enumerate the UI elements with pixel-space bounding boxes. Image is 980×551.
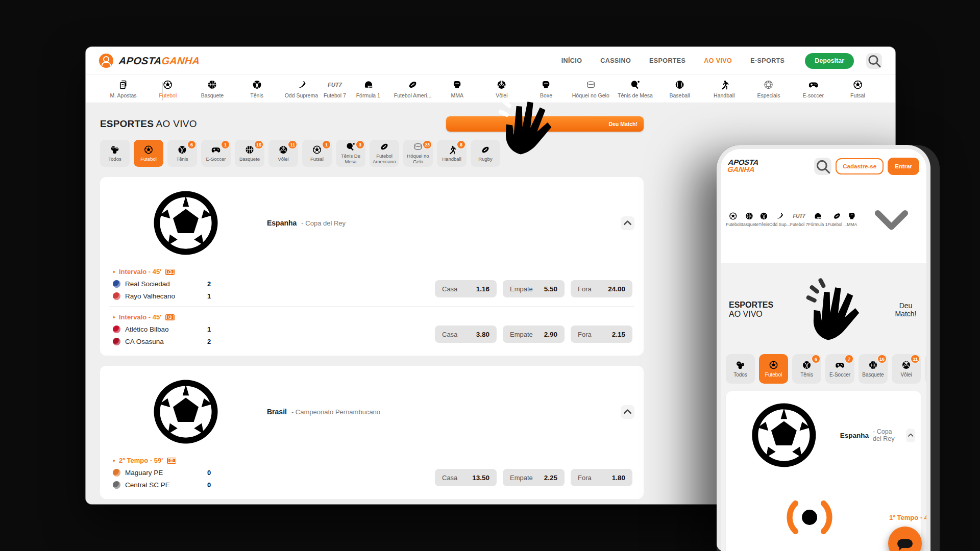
sports-nav-item[interactable]: E-soccer	[791, 80, 836, 98]
collapse-button[interactable]	[621, 216, 634, 230]
sports-nav-item[interactable]: Fórmula 1	[808, 212, 827, 227]
sports-nav-item[interactable]: Futebol Ameri...	[390, 80, 435, 98]
sports-nav-item[interactable]: Futebol ...	[827, 212, 847, 227]
odd-label: Fora	[578, 331, 592, 338]
expand-sports-button[interactable]	[862, 181, 921, 258]
sports-nav-item[interactable]: Tênis	[235, 80, 279, 98]
sports-nav-item[interactable]: Futebol	[726, 212, 740, 227]
away-team-score: 2	[207, 338, 211, 345]
sport-filter-chip[interactable]: 6 Tênis	[792, 354, 821, 384]
sports-nav-item[interactable]: Tênis de Mesa	[613, 80, 657, 98]
sport-filter-chip[interactable]: 11 Vôlei	[268, 140, 298, 167]
brand-logo[interactable]: APOSTAGANHA	[99, 54, 200, 68]
chip-count-badge: 11	[911, 355, 919, 363]
mobile-search-button[interactable]	[814, 158, 831, 175]
away-team-row: Rayo Valhecano 1	[111, 292, 211, 300]
deu-match-button[interactable]: Deu Match!	[446, 116, 644, 132]
sports-nav-item[interactable]: Futsal	[836, 80, 880, 98]
sport-filter-chip[interactable]: Futebol	[759, 354, 788, 384]
top-nav-link[interactable]: E-SPORTS	[750, 57, 785, 64]
sport-filter-chip[interactable]: 16 Basquete	[859, 354, 888, 384]
sport-label: Futebol ...	[827, 222, 847, 227]
collapse-button[interactable]	[906, 429, 915, 442]
sports-nav-item[interactable]: FUT7 Futebol 7	[790, 212, 808, 227]
sport-filter-chip[interactable]: Futebol	[134, 140, 163, 167]
live-dot	[113, 316, 115, 318]
odd-fora-button[interactable]: Fora 1.80	[571, 469, 632, 486]
chevron-up-icon	[621, 185, 634, 261]
field-tracker-icon[interactable]	[167, 458, 176, 464]
chip-label: Futebol	[765, 372, 782, 378]
sports-nav-item[interactable]: Basquete	[740, 212, 758, 227]
sports-nav-item[interactable]: M. Apostas	[101, 80, 145, 98]
sport-label: Baseball	[669, 92, 690, 98]
league-card: Brasil - Campeonato Pernambucano 2º T	[100, 366, 644, 499]
home-team-name: Real Sociedad	[125, 280, 203, 288]
sports-nav-item[interactable]: MMA	[847, 212, 857, 227]
mobile-brand-logo[interactable]: APOSTA GANHA	[727, 159, 759, 173]
top-nav-link[interactable]: CASSINO	[600, 57, 631, 64]
odd-casa-button[interactable]: Casa 1.16	[435, 280, 497, 297]
sport-filter-chip[interactable]: Todos	[100, 140, 130, 167]
league-competition: - Campeonato Pernambucano	[291, 408, 380, 416]
top-nav-link[interactable]: AO VIVO	[704, 57, 732, 64]
sport-filter-chip[interactable]: 3 Tênis De Mesa	[336, 140, 365, 167]
top-nav-link[interactable]: ESPORTES	[649, 57, 685, 64]
sport-filter-chip[interactable]: 7 E-Soccer	[825, 354, 854, 384]
sport-filter-chip[interactable]: 11 Vôlei	[892, 354, 921, 384]
sport-filter-chip[interactable]: Rugby	[471, 140, 500, 167]
odd-empate-button[interactable]: Empate 2.90	[503, 325, 565, 343]
sports-nav-item[interactable]: FUT7 Futebol 7	[324, 80, 346, 98]
sport-label: Tênis	[250, 92, 263, 98]
sport-filter-chip[interactable]: 1 E-Soccer	[201, 140, 231, 167]
chip-label: Basquete	[862, 372, 884, 378]
sports-nav-item[interactable]: Basquete	[190, 80, 234, 98]
odd-casa-button[interactable]: Casa 3.80	[435, 325, 497, 343]
collapse-button[interactable]	[621, 405, 634, 419]
sport-filter-chip[interactable]: 6 Tênis	[167, 140, 197, 167]
sports-nav-item[interactable]: Especiais	[746, 80, 791, 98]
odd-fora-button[interactable]: Fora 24.00	[571, 280, 632, 297]
sport-filter-chip[interactable]: 1 Futsal	[302, 140, 332, 167]
chip-count-badge: 16	[878, 355, 886, 363]
sports-nav-item[interactable]: Baseball	[657, 80, 702, 98]
sport-filter-chip[interactable]: Futebol Americano	[370, 140, 399, 167]
login-button[interactable]: Entrar	[888, 158, 919, 175]
odd-empate-button[interactable]: Empate 2.25	[503, 469, 565, 486]
chip-count-badge: 6	[188, 141, 195, 148]
sports-nav-item[interactable]: Futebol	[145, 80, 190, 98]
odd-label: Fora	[578, 285, 592, 293]
odd-empate-button[interactable]: Empate 5.50	[503, 280, 565, 297]
sports-nav-item[interactable]: Tênis	[758, 212, 769, 227]
chip-label: E-Soccer	[829, 372, 850, 378]
sport-label: M. Apostas	[110, 92, 137, 98]
odds-group: Casa 13.50 Empate 2.25 Fora	[435, 469, 632, 486]
sport-icon	[827, 212, 847, 220]
field-tracker-icon[interactable]	[165, 314, 175, 320]
chip-sport-icon	[760, 360, 787, 370]
sport-filter-chip[interactable]: Todos	[726, 354, 755, 384]
sports-nav-item[interactable]: Odd Sup...	[769, 212, 790, 227]
sport-filter-chip[interactable]: 23 Hóquei no Gelo	[403, 140, 433, 167]
chevron-up-icon	[906, 397, 915, 473]
sport-filter-chip[interactable]: Futsal	[925, 354, 926, 384]
field-tracker-icon[interactable]	[165, 269, 175, 275]
top-nav: INÍCIO CASSINO ESPORTES AO VIVO E-SPORTS	[561, 57, 785, 64]
search-button[interactable]	[866, 53, 882, 69]
sport-filter-chip[interactable]: 8 Handball	[437, 140, 467, 167]
top-nav-link[interactable]: INÍCIO	[561, 57, 582, 64]
sports-nav-item[interactable]: Fórmula 1	[346, 80, 390, 98]
odd-casa-button[interactable]: Casa 13.50	[435, 469, 497, 486]
deposit-button[interactable]: Depositar	[805, 53, 854, 69]
sport-filter-chip[interactable]: 15 Basquete	[235, 140, 264, 167]
odd-fora-button[interactable]: Fora 2.15	[571, 325, 632, 343]
home-team-score: 0	[207, 469, 211, 477]
match-time: Intervalo - 45'	[119, 313, 161, 321]
away-team-score: 1	[207, 292, 211, 300]
sports-nav-item[interactable]: Odd Suprema	[279, 80, 324, 98]
chip-sport-icon	[371, 142, 398, 152]
sports-nav-item[interactable]: Handball	[702, 80, 746, 98]
deu-match-button[interactable]: Deu Match!	[784, 271, 918, 348]
chip-count-badge: 7	[845, 355, 853, 363]
signup-button[interactable]: Cadastre-se	[836, 158, 884, 174]
